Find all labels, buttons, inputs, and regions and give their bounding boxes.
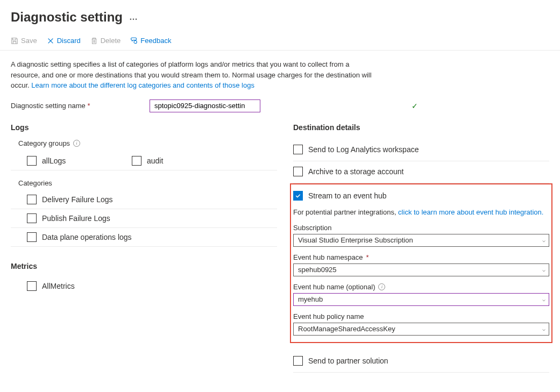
metrics-heading: Metrics <box>11 262 277 270</box>
policy-dropdown[interactable]: RootManageSharedAccessKey ⌵ <box>293 323 549 336</box>
archive-checkbox[interactable] <box>293 167 303 176</box>
audit-checkbox[interactable] <box>132 156 141 166</box>
alllogs-label: allLogs <box>42 156 66 165</box>
publish-failure-label: Publish Failure Logs <box>42 214 110 223</box>
subscription-label: Subscription <box>293 224 549 232</box>
category-groups-label: Category groups i <box>18 139 277 147</box>
delivery-failure-checkbox[interactable] <box>27 195 37 204</box>
namespace-dropdown[interactable]: spehub0925 ⌵ <box>293 263 549 276</box>
stream-checkbox[interactable] <box>293 191 303 201</box>
data-plane-checkbox[interactable] <box>27 232 37 242</box>
event-hub-integration-link[interactable]: click to learn more about event hub inte… <box>398 208 543 216</box>
partner-integration-text: For potential partner integrations, clic… <box>293 207 549 224</box>
log-analytics-label: Send to Log Analytics workspace <box>308 145 419 154</box>
svg-point-0 <box>134 41 137 44</box>
event-hub-section: Stream to an event hub For potential par… <box>290 183 552 343</box>
info-icon[interactable]: i <box>378 283 385 290</box>
info-icon[interactable]: i <box>73 140 80 147</box>
chevron-down-icon: ⌵ <box>542 237 545 243</box>
learn-more-link[interactable]: Learn more about the different log categ… <box>31 81 254 89</box>
destination-heading: Destination details <box>293 123 549 132</box>
setting-name-input[interactable] <box>150 99 260 112</box>
save-icon <box>11 37 18 45</box>
delivery-failure-label: Delivery Failure Logs <box>42 195 113 204</box>
chevron-down-icon: ⌵ <box>542 326 545 332</box>
chevron-down-icon: ⌵ <box>542 267 545 273</box>
hubname-dropdown[interactable]: myehub ⌵ <box>293 293 549 306</box>
save-button[interactable]: Save <box>11 37 37 45</box>
check-icon: ✓ <box>412 102 418 110</box>
allmetrics-label: AllMetrics <box>42 282 75 290</box>
publish-failure-checkbox[interactable] <box>27 213 37 223</box>
close-icon <box>47 37 54 45</box>
partner-solution-checkbox[interactable] <box>293 356 303 366</box>
subscription-dropdown[interactable]: Visual Studio Enterprise Subscription ⌵ <box>293 234 549 247</box>
namespace-label: Event hub namespace * <box>293 253 549 261</box>
delete-button[interactable]: Delete <box>90 37 121 45</box>
logs-heading: Logs <box>11 123 277 132</box>
feedback-icon <box>130 37 138 45</box>
stream-label: Stream to an event hub <box>308 191 387 200</box>
allmetrics-checkbox[interactable] <box>27 281 37 291</box>
description-text: A diagnostic setting specifies a list of… <box>0 51 387 91</box>
log-analytics-checkbox[interactable] <box>293 145 303 154</box>
categories-label: Categories <box>18 179 277 187</box>
chevron-down-icon: ⌵ <box>542 296 545 302</box>
setting-name-label: Diagnostic setting name * <box>11 102 145 110</box>
more-button[interactable]: … <box>129 12 138 22</box>
audit-label: audit <box>147 156 163 165</box>
feedback-button[interactable]: Feedback <box>130 37 171 45</box>
policy-label: Event hub policy name <box>293 312 549 320</box>
hubname-label: Event hub name (optional) i <box>293 283 549 291</box>
alllogs-checkbox[interactable] <box>27 156 37 166</box>
data-plane-label: Data plane operations logs <box>42 233 132 241</box>
archive-label: Archive to a storage account <box>308 167 403 176</box>
discard-button[interactable]: Discard <box>47 37 81 45</box>
page-title: Diagnostic setting <box>11 10 123 25</box>
partner-solution-label: Send to partner solution <box>308 357 388 365</box>
toolbar: Save Discard Delete Feedback <box>0 27 560 51</box>
trash-icon <box>90 37 98 45</box>
